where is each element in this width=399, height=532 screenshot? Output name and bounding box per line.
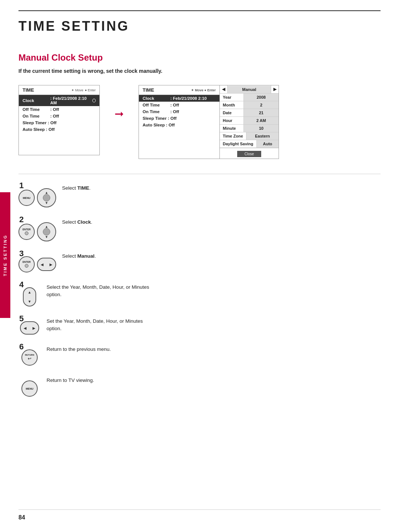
steps-container: 1 MENU ▲ ▼ Select TIME. [18,182,381,397]
time-menu-left-title: TIME [23,87,34,93]
step-6-text: Return to the previous menu. [47,343,111,353]
time-menu-right-title: TIME [143,87,154,93]
close-button[interactable]: Close [237,151,262,157]
time-menu-right: TIME ✦ Move ● Enter Clock : Feb/21/2008 … [139,85,279,159]
enter-button-icon: ENTER [18,224,35,240]
right-menu-left-spacer [139,128,219,150]
step-5-text: Set the Year, Month, Date, Hour, or Minu… [47,315,143,333]
step-2-icon-group: 2 ENTER ▲ ▼ [18,216,56,241]
step-2-text: Select Clock. [62,216,92,226]
step-menu-icon-group: 0 MENU [18,374,41,397]
step-1: 1 MENU ▲ ▼ Select TIME. [18,182,381,207]
step-menu-text: Return to TV viewing. [47,374,94,384]
enter-button-icon-2: ENTER [18,256,35,272]
main-content: TIME SETTING Manual Clock Setup If the c… [18,15,381,405]
right-panel-hour: Hour 2 AM [220,117,279,125]
step-1-icon-group: 1 MENU ▲ ▼ [18,182,56,207]
step-6: 6 RETURN ↩ Return to the previous menu. [18,343,381,366]
step-3-text: Select Manual. [62,250,96,260]
step-4-icons: ▲ ▼ [23,287,36,306]
step-5: 5 ◀ ▶ Set the Year, Month, Date, Hour, o… [18,315,381,335]
bottom-divider [18,509,381,510]
nav-manual-label: Manual [228,86,271,93]
right-panel-month: Month 2 [220,101,279,109]
description: If the current time setting is wrong, se… [18,68,381,74]
page-title: TIME SETTING [18,18,381,34]
right-panel-date: Date 21 [220,109,279,117]
top-divider [18,10,381,11]
right-panel-clock-nav: ◀ Manual ▶ [220,85,279,93]
time-menu-row-sleep-left: Sleep Timer : Off [19,119,99,126]
right-panel-close: Close [220,148,279,159]
time-menu-right-offtime: Off Time : Off [139,102,219,108]
time-menu-row-clock-left: Clock : Feb/21/2008 2:10 AM [19,95,99,106]
time-menu-left-controls: ✦ Move ● Enter [71,88,96,92]
nav-left-arrow: ◀ [220,85,228,93]
step-5-icons: ◀ ▶ [20,321,39,335]
step-4: 4 ▲ ▼ Select the Year, Month, Date, Hour… [18,281,381,306]
time-menu-row-ontime-left: On Time : Off [19,113,99,119]
menu-button-icon-2: MENU [21,380,38,397]
step-1-icons: MENU ▲ ▼ [18,188,56,207]
step-2: 2 ENTER ▲ ▼ Select Clock. [18,216,381,241]
nav-ud-icon-step1: ▲ ▼ [37,188,56,207]
step-menu-icons: MENU [21,380,38,397]
time-menu-right-header: TIME ✦ Move ● Enter [139,85,219,95]
time-menu-right-sleep: Sleep Timer : Off [139,115,219,122]
section-title: Manual Clock Setup [18,52,381,63]
time-menu-right-panel: ◀ Manual ▶ Year 2008 Month 2 Date 21 [220,85,279,159]
arrow-between-diagrams: ➞ [115,107,124,120]
time-menu-row-offtime-left: Off Time : Off [19,106,99,113]
nav-lr-icon-step3: ◀ ▶ [37,258,56,271]
nav-lr-icon-step5: ◀ ▶ [20,321,39,335]
step-6-icon-group: 6 RETURN ↩ [18,343,41,366]
step-4-icon-group: 4 ▲ ▼ [18,281,41,306]
step-1-text: Select TIME. [62,182,91,192]
menu-left-spacer [19,133,99,155]
right-panel-minute: Minute 10 [220,125,279,132]
side-label: TIME SETTING [0,192,10,318]
right-panel-nav-header: ◀ Manual ▶ [220,85,279,94]
step-3: 3 ENTER ◀ ▶ Select Manual. [18,250,381,272]
step-4-text: Select the Year, Month, Date, Hour, or M… [47,281,149,299]
time-menu-right-autosleep: Auto Sleep : Off [139,122,219,128]
step-menu: 0 MENU Return to TV viewing. [18,374,381,397]
step-3-icons: ENTER ◀ ▶ [18,256,56,272]
section-divider [18,174,381,174]
step-3-icon-group: 3 ENTER ◀ ▶ [18,250,56,272]
step-2-icons: ENTER ▲ ▼ [18,222,56,241]
right-panel-year: Year 2008 [220,94,279,101]
time-menu-left-header: TIME ✦ Move ● Enter [19,85,99,95]
diagrams-row: TIME ✦ Move ● Enter Clock : Feb/21/2008 … [18,85,381,159]
time-menu-right-ontime: On Time : Off [139,108,219,115]
right-panel-timezone: Time Zone Eastern [220,132,279,140]
time-menu-right-left: TIME ✦ Move ● Enter Clock : Feb/21/2008 … [139,85,220,159]
time-menu-row-autosleep-left: Auto Sleep : Off [19,126,99,133]
time-menu-left: TIME ✦ Move ● Enter Clock : Feb/21/2008 … [18,85,100,155]
right-panel-daylight: Daylight Saving Auto [220,140,279,148]
menu-button-icon: MENU [18,190,35,206]
return-button-icon: RETURN ↩ [21,349,38,366]
step-5-icon-group: 5 ◀ ▶ [18,315,41,335]
nav-right-arrow: ▶ [271,85,279,93]
step-6-icons: RETURN ↩ [21,349,38,366]
nav-ud-icon-step2: ▲ ▼ [37,222,56,241]
page-number: 84 [18,514,25,521]
nav-ud-icon-step4: ▲ ▼ [23,287,36,306]
time-menu-right-clock: Clock : Feb/21/2008 2:10 [139,95,219,102]
